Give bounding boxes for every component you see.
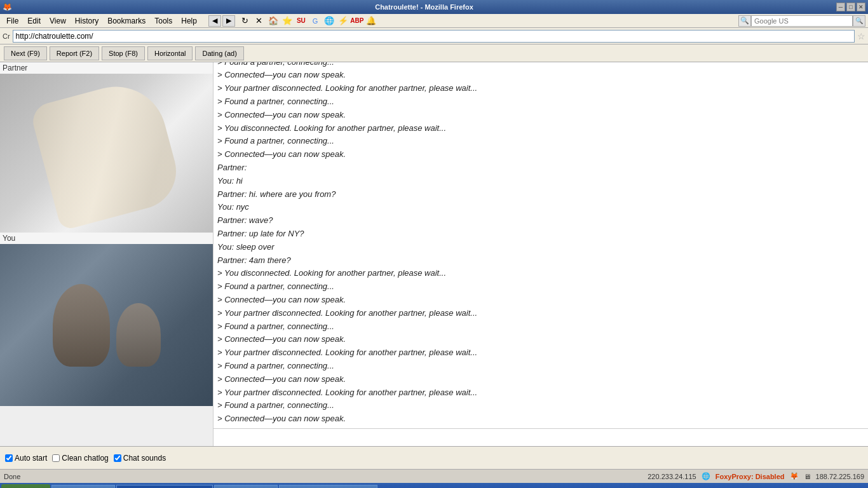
auto-start-checkbox[interactable] (5, 454, 13, 462)
adblock-icon[interactable]: ABP (351, 15, 363, 27)
firefox-icon: 🦊 (3, 3, 12, 11)
bell-icon[interactable]: 🔔 (365, 15, 377, 27)
clean-chatlog-label: Clean chatlog (62, 454, 108, 463)
tab-indicator: Cr (3, 32, 10, 40)
window-title: Chatroulette! - Mozilla Firefox (12, 3, 836, 11)
partner-video (0, 74, 213, 233)
menubar: File Edit View History Bookmarks Tools H… (0, 14, 868, 28)
partner-label: Partner (0, 62, 213, 74)
chat-message: You: sleep over (217, 241, 864, 254)
close-button[interactable]: ✕ (857, 3, 865, 11)
toolbar-icons: ↻ ✕ 🏠 ⭐ SU G 🌐 ⚡ ABP 🔔 (239, 15, 377, 27)
menu-view[interactable]: View (46, 15, 70, 27)
back-button[interactable]: ◀ (208, 15, 221, 27)
reload-button[interactable]: ↻ (239, 15, 252, 27)
clean-chatlog-checkbox[interactable] (52, 454, 60, 462)
taskbar-item-terminal[interactable]: ▶ Terminal (214, 485, 278, 488)
report-button[interactable]: Report (F2) (50, 46, 99, 60)
auto-start-label: Auto start (15, 454, 47, 463)
url-input[interactable] (13, 30, 855, 43)
statusbar: Done 220.233.24.115 🌐 FoxyProxy: Disable… (0, 469, 868, 483)
right-ip: 188.72.225.169 (816, 473, 864, 480)
partner-video-placeholder (29, 76, 184, 231)
chat-log: > Connected—you can now speak.> Thank yo… (214, 62, 868, 428)
flash-icon[interactable]: ⚡ (337, 15, 349, 27)
next-button[interactable]: Next (F9) (4, 46, 47, 60)
search-engine-icon[interactable]: 🔍 (738, 15, 751, 27)
you-video-inner (0, 244, 213, 406)
chat-message: > Found a partner, connecting... (217, 62, 864, 69)
right-panel: > Connected—you can now speak.> Thank yo… (213, 62, 868, 446)
chat-message: > Your partner disconnected. Looking for… (217, 307, 864, 320)
chat-message: Partner: up late for NY? (217, 227, 864, 241)
dating-button[interactable]: Dating (ad) (195, 46, 243, 60)
chat-sounds-checkbox[interactable] (114, 454, 121, 462)
chat-message: > You disconnected. Looking for another … (217, 267, 864, 280)
chat-message: You: nyc (217, 201, 864, 214)
start-button[interactable]: 🐧 Anarchy (1, 484, 50, 488)
stop-loading-button[interactable]: ✕ (253, 15, 266, 27)
chat-message: > Found a partner, connecting... (217, 135, 864, 148)
chat-message: > Found a partner, connecting... (217, 399, 864, 412)
main-content: Partner You > Connected—you can now spea… (0, 62, 868, 446)
google-icon[interactable]: G (309, 15, 322, 27)
menu-help[interactable]: Help (177, 15, 201, 27)
taskbar-item-webcam[interactable]: 📷 WebcamStudio for GN... (279, 485, 377, 488)
titlebar-controls[interactable]: ─ □ ✕ (836, 3, 865, 11)
home-button[interactable]: 🏠 (267, 15, 280, 27)
minimize-button[interactable]: ─ (836, 3, 845, 11)
chat-message: > Your partner disconnected. Looking for… (217, 386, 864, 400)
partner-video-inner (0, 74, 213, 233)
chat-message: Partner: hi. where are you from? (217, 188, 864, 201)
chat-message: > Connected—you can now speak. (217, 373, 864, 386)
chat-message: > Found a partner, connecting... (217, 320, 864, 334)
chat-message: > Your partner disconnected. Looking for… (217, 346, 864, 360)
horizontal-button[interactable]: Horizontal (147, 46, 193, 60)
auto-start-checkbox-label[interactable]: Auto start (5, 454, 47, 463)
stumbleupon-icon[interactable]: SU (295, 15, 308, 27)
chat-message: > Found a partner, connecting... (217, 95, 864, 109)
taskbar: 🐧 Anarchy 🔧 Anarchy 🦊 Chatroulette! - Mo… (0, 483, 868, 488)
titlebar: 🦊 Chatroulette! - Mozilla Firefox ─ □ ✕ (0, 0, 868, 14)
menu-bookmarks[interactable]: Bookmarks (104, 15, 149, 27)
page-toolbar: Next (F9) Report (F2) Stop (F8) Horizont… (0, 44, 868, 62)
search-bar: 🔍 🔍 (738, 15, 865, 27)
address-bar: Cr ☆ (0, 28, 868, 44)
network-icon: 🌐 (702, 472, 710, 480)
chat-message: > Connected—you can now speak. (217, 109, 864, 122)
chat-input[interactable] (214, 429, 868, 446)
chat-message: > Connected—you can now speak. (217, 412, 864, 426)
taskbar-item-anarchy[interactable]: 🔧 Anarchy (51, 485, 115, 488)
chat-message: > Connected—you can now speak. (217, 333, 864, 346)
stop-button[interactable]: Stop (F8) (102, 46, 145, 60)
chat-sounds-checkbox-label[interactable]: Chat sounds (114, 454, 166, 463)
chat-sounds-label: Chat sounds (123, 454, 166, 463)
chat-message: > Connected—you can now speak. (217, 294, 864, 307)
earth-icon[interactable]: 🌐 (323, 15, 336, 27)
maximize-button[interactable]: □ (846, 3, 855, 11)
bottom-bar: Auto start Clean chatlog Chat sounds (0, 446, 868, 469)
you-label: You (0, 233, 213, 244)
chat-message: > Connected—you can now speak. (217, 148, 864, 161)
menu-tools[interactable]: Tools (151, 15, 176, 27)
search-input[interactable] (751, 15, 853, 27)
search-submit-button[interactable]: 🔍 (853, 15, 865, 27)
menu-file[interactable]: File (3, 15, 22, 27)
bookmark-star-icon[interactable]: ☆ (857, 31, 865, 41)
titlebar-left: 🦊 (3, 3, 12, 11)
bookmark-button[interactable]: ⭐ (281, 15, 294, 27)
statusbar-right: 220.233.24.115 🌐 FoxyProxy: Disabled 🦊 🖥… (648, 472, 864, 480)
chat-message: > Found a partner, connecting... (217, 360, 864, 373)
taskbar-item-firefox[interactable]: 🦊 Chatroulette! - Mozilla... (116, 485, 213, 488)
clean-chatlog-checkbox-label[interactable]: Clean chatlog (52, 454, 108, 463)
chat-message: Partner: 4am there? (217, 254, 864, 268)
left-panel: Partner You (0, 62, 213, 446)
menu-history[interactable]: History (71, 15, 102, 27)
forward-button[interactable]: ▶ (222, 15, 235, 27)
screen-icon: 🖥 (804, 473, 811, 480)
foxyproxy-icon: 🦊 (790, 472, 799, 480)
menu-edit[interactable]: Edit (24, 15, 44, 27)
chat-message: Partner: (217, 161, 864, 175)
chat-message: > You disconnected. Looking for another … (217, 122, 864, 135)
chat-message: > Found a partner, connecting... (217, 280, 864, 294)
